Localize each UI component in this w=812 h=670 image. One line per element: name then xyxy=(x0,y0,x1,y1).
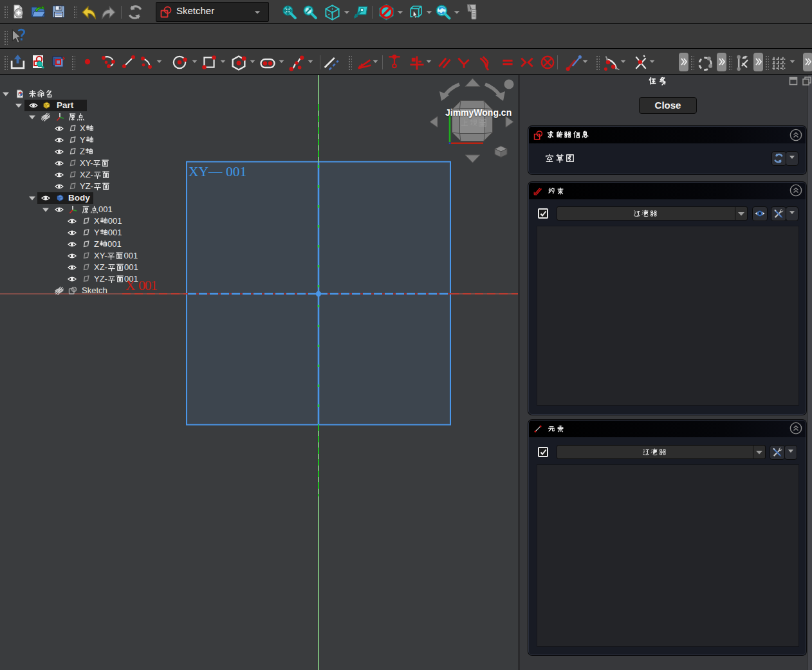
svg-text:001: 001 xyxy=(226,164,246,179)
svg-text:XY—: XY— xyxy=(189,164,223,179)
